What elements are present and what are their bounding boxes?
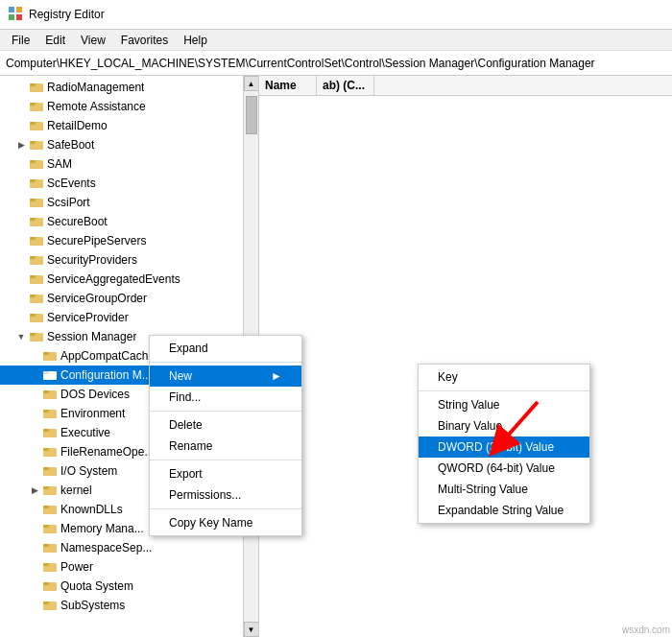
svg-rect-21	[30, 237, 36, 240]
right-panel-header: Name ab) (C...	[259, 76, 672, 96]
menu-help[interactable]: Help	[176, 32, 215, 49]
expand-arrow	[15, 331, 27, 342]
tree-item[interactable]: SAM	[0, 154, 258, 174]
ctx-new[interactable]: New ►	[150, 366, 301, 387]
item-label: SubSystems	[60, 599, 125, 612]
item-label: ServiceGroupOrder	[47, 292, 147, 305]
tree-item[interactable]: ServiceGroupOrder	[0, 289, 258, 308]
item-label: Executive	[60, 426, 110, 439]
folder-icon	[29, 329, 44, 344]
ctx-find[interactable]: Find...	[150, 387, 301, 408]
tree-item[interactable]: NamespaceSep...	[0, 538, 258, 557]
folder-icon	[42, 521, 58, 536]
tree-item[interactable]: ServiceAggregatedEvents	[0, 270, 258, 289]
tree-item[interactable]: Quota System	[0, 577, 258, 596]
app-icon	[8, 6, 23, 24]
submenu-arrow: ►	[271, 369, 282, 383]
svg-rect-45	[43, 467, 49, 470]
item-label: KnownDLLs	[60, 503, 123, 516]
tree-item[interactable]: SecurityProviders	[0, 250, 258, 270]
ctx-new-label: New	[169, 369, 192, 383]
submenu-binary-value[interactable]: Binary Value	[419, 415, 589, 436]
folder-icon	[29, 310, 44, 325]
svg-rect-23	[30, 256, 36, 259]
item-label: AppCompatCache	[60, 349, 155, 363]
folder-icon	[42, 483, 58, 498]
submenu-string-value[interactable]: String Value	[419, 394, 589, 415]
ctx-expand[interactable]: Expand	[150, 338, 301, 359]
tree-item[interactable]: SecurePipeServers	[0, 231, 258, 250]
svg-rect-0	[9, 7, 14, 12]
svg-rect-13	[30, 160, 36, 163]
folder-icon	[42, 425, 58, 440]
svg-rect-2	[9, 14, 14, 20]
item-label: Power	[60, 560, 93, 574]
folder-icon	[29, 137, 44, 153]
folder-icon	[42, 367, 58, 383]
ctx-delete[interactable]: Delete	[150, 414, 301, 436]
submenu-dword-value[interactable]: DWORD (32-bit) Value	[419, 436, 589, 458]
submenu-multi-string-value[interactable]: Multi-String Value	[419, 479, 589, 500]
folder-icon	[29, 156, 44, 172]
tree-item[interactable]: RadioManagement	[0, 78, 258, 97]
watermark: wsxdn.com	[622, 625, 670, 635]
ctx-export[interactable]: Export	[150, 463, 301, 484]
tree-item[interactable]: RetailDemo	[0, 116, 258, 135]
item-label: SAM	[47, 157, 72, 171]
folder-icon	[42, 540, 58, 555]
menu-edit[interactable]: Edit	[37, 32, 73, 49]
context-menu: Expand New ► Find... Delete Rename Expor…	[149, 335, 302, 536]
folder-icon	[42, 559, 58, 575]
item-label: Configuration M...	[60, 368, 152, 382]
item-label: DOS Devices	[60, 388, 130, 401]
svg-rect-33	[43, 352, 49, 355]
tree-item[interactable]: ScEvents	[0, 174, 258, 193]
address-path: Computer\HKEY_LOCAL_MACHINE\SYSTEM\Curre…	[6, 57, 595, 70]
menu-favorites[interactable]: Favorites	[113, 32, 176, 49]
menu-file[interactable]: File	[4, 32, 37, 49]
ctx-permissions[interactable]: Permissions...	[150, 484, 301, 506]
ctx-copy-key[interactable]: Copy Key Name	[150, 512, 301, 533]
submenu-key[interactable]: Key	[419, 366, 589, 388]
item-label: I/O System	[60, 464, 117, 478]
item-label: Memory Mana...	[60, 522, 144, 535]
svg-rect-19	[30, 218, 36, 221]
svg-rect-15	[30, 179, 36, 182]
svg-rect-35	[43, 371, 49, 374]
folder-icon	[42, 578, 58, 594]
svg-rect-57	[43, 582, 49, 585]
scroll-thumb[interactable]	[246, 96, 257, 134]
submenu-expandable-value[interactable]: Expandable String Value	[419, 500, 589, 521]
scroll-up-arrow[interactable]: ▲	[244, 76, 259, 91]
ctx-divider	[419, 390, 589, 391]
folder-icon	[42, 444, 58, 460]
item-label: RetailDemo	[47, 119, 108, 132]
app-title: Registry Editor	[29, 8, 105, 21]
svg-rect-29	[30, 314, 36, 317]
svg-rect-43	[43, 448, 49, 451]
item-label: SecurePipeServers	[47, 234, 146, 248]
folder-icon	[29, 99, 44, 114]
ctx-divider	[150, 362, 301, 363]
folder-icon	[42, 387, 58, 402]
tree-item[interactable]: SafeBoot	[0, 135, 258, 154]
tree-item[interactable]: ServiceProvider	[0, 308, 258, 327]
svg-rect-11	[30, 141, 36, 144]
tree-item[interactable]: SubSystems	[0, 596, 258, 615]
scroll-down-arrow[interactable]: ▼	[244, 622, 259, 637]
menu-view[interactable]: View	[73, 32, 113, 49]
item-label: Remote Assistance	[47, 100, 146, 113]
tree-item[interactable]: Power	[0, 557, 258, 577]
tree-item[interactable]: SecureBoot	[0, 212, 258, 231]
submenu-qword-value[interactable]: QWORD (64-bit) Value	[419, 458, 589, 479]
item-label: ServiceProvider	[47, 311, 129, 324]
svg-rect-47	[43, 486, 49, 489]
item-label: NamespaceSep...	[60, 541, 152, 554]
item-label: Quota System	[60, 579, 133, 593]
folder-icon	[29, 271, 44, 287]
ctx-rename[interactable]: Rename	[150, 436, 301, 457]
tree-item[interactable]: Remote Assistance	[0, 97, 258, 116]
item-label: kernel	[60, 484, 92, 497]
tree-item[interactable]: ScsiPort	[0, 193, 258, 212]
svg-rect-55	[43, 563, 49, 566]
